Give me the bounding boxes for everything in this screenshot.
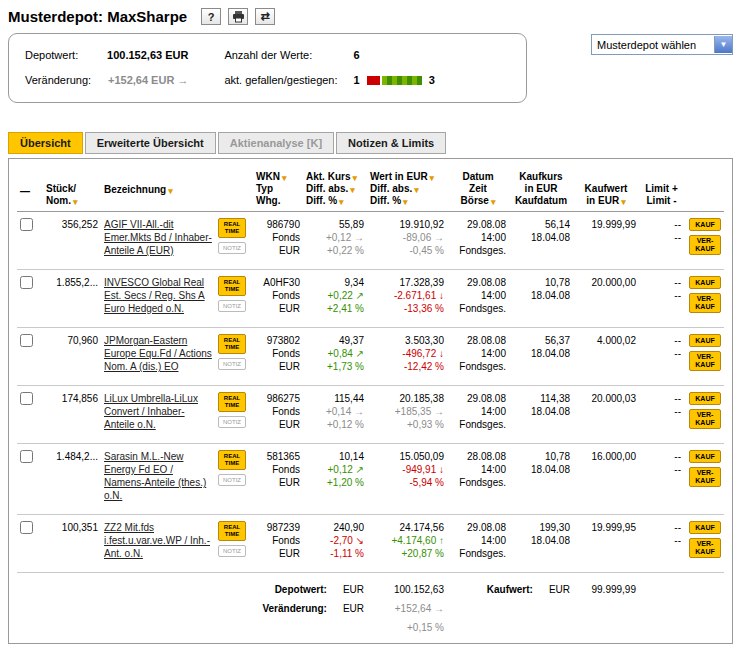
kaufdatum-value: 18.04.08 <box>512 534 570 547</box>
limit-cell: ---- <box>639 270 684 328</box>
column-header-label: in EUR <box>586 195 619 207</box>
column-header-wert[interactable]: Wert in EUR▾Diff. abs.▾Diff. %▾ <box>367 171 447 212</box>
tab-erweiterte-uebersicht[interactable]: Erweiterte Übersicht <box>85 132 216 154</box>
column-header-label: Diff. abs. <box>370 183 412 195</box>
row-select-checkbox[interactable] <box>20 218 33 231</box>
column-header-datum[interactable]: DatumZeitBörse▾ <box>447 171 509 212</box>
column-header-name[interactable]: Bezeichnung▾ <box>101 171 215 212</box>
column-header-label: Nom. <box>46 195 71 207</box>
kauf-button[interactable]: KAUF <box>689 334 721 347</box>
sort-icon[interactable]: ▾ <box>168 187 173 196</box>
boerse-value: Fondsges. <box>450 244 506 257</box>
verkauf-button[interactable]: VER-KAUF <box>689 409 721 429</box>
wert-diff-pct: +0,93 % <box>370 418 444 431</box>
kurs-diff: +0,12 ↗ <box>306 463 364 476</box>
kurs-cell: 240,90-2,70 ↘-1,11 % <box>303 515 367 573</box>
totals-kaufwert-value: 99.999,99 <box>573 573 639 600</box>
realtime-button[interactable]: REALTIME <box>218 276 246 296</box>
kauf-button[interactable]: KAUF <box>689 218 721 231</box>
sort-icon[interactable]: ▾ <box>621 198 626 207</box>
help-icon[interactable]: ? <box>201 8 221 25</box>
sort-icon[interactable]: ▾ <box>414 186 419 195</box>
realtime-button[interactable]: REALTIME <box>218 218 246 238</box>
notiz-button[interactable]: NOTIZ <box>218 545 246 557</box>
column-header-actions <box>684 171 724 212</box>
position-name-link[interactable]: ZZ2 Mit.fds i.fest.u.var.ve.WP / Inh.-An… <box>104 522 210 559</box>
sort-icon[interactable]: ▾ <box>350 186 355 195</box>
limit-cell: ---- <box>639 386 684 444</box>
kaufkurs-cell: 56,3718.04.08 <box>509 328 573 386</box>
verkauf-button[interactable]: VER-KAUF <box>689 293 721 313</box>
wkn-cell: 986275FondsEUR <box>253 386 303 444</box>
realtime-button[interactable]: REALTIME <box>218 392 246 412</box>
realtime-button[interactable]: REALTIME <box>218 450 246 470</box>
tab-uebersicht[interactable]: Übersicht <box>8 132 83 154</box>
sort-icon[interactable]: ▾ <box>430 174 435 183</box>
position-name-link[interactable]: JPMorgan-Eastern Europe Equ.Fd / Actions… <box>104 335 212 372</box>
position-name-link[interactable]: LiLux Umbrella-LiLux Convert / Inhaber-A… <box>104 393 198 430</box>
swap-icon[interactable]: ⇄ <box>255 8 275 25</box>
kauf-button[interactable]: KAUF <box>689 450 721 463</box>
wert-diff: +4.174,60 ↑ <box>370 534 444 547</box>
column-header-wkn[interactable]: WKN▾TypWhg. <box>253 171 303 212</box>
column-header-kurs[interactable]: Akt. Kurs▾Diff. abs.▾Diff. %▾ <box>303 171 367 212</box>
row-select-checkbox[interactable] <box>20 392 33 405</box>
row-select-checkbox[interactable] <box>20 521 33 534</box>
verkauf-button[interactable]: VER-KAUF <box>689 235 721 255</box>
tab-aktienanalyse[interactable]: Aktienanalyse [K] <box>218 132 334 154</box>
notiz-button[interactable]: NOTIZ <box>218 300 246 312</box>
sort-icon[interactable]: ▾ <box>282 174 287 183</box>
tab-notizen-limits[interactable]: Notizen & Limits <box>336 132 446 154</box>
limit-plus-value: -- <box>642 218 681 231</box>
content-panel: —Stück/Nom.▾Bezeichnung▾WKN▾TypWhg.Akt. … <box>8 158 733 644</box>
wert-diff-pct: +20,87 % <box>370 547 444 560</box>
sort-icon[interactable]: ▾ <box>73 198 78 207</box>
position-row: 70,960JPMorgan-Eastern Europe Equ.Fd / A… <box>17 328 724 386</box>
datum-cell: 29.08.0814:00Fondsges. <box>447 270 509 328</box>
notiz-button[interactable]: NOTIZ <box>218 416 246 428</box>
totals-veraenderung-pct: +0,15 % <box>367 618 447 637</box>
gestiegen-count: 3 <box>429 74 435 86</box>
print-icon[interactable] <box>228 8 248 25</box>
wert-cell: 19.910,92-89,06 →-0,45 % <box>367 212 447 270</box>
kurs-diff-pct: +2,41 % <box>306 302 364 315</box>
row-select-checkbox[interactable] <box>20 276 33 289</box>
verkauf-button[interactable]: VER-KAUF <box>689 538 721 558</box>
limit-minus-value: -- <box>642 534 681 547</box>
gestiegen-bar <box>382 76 422 85</box>
sort-icon[interactable]: ▾ <box>339 198 344 207</box>
depot-select[interactable]: Musterdepot wählen ▼ <box>591 34 733 55</box>
position-name-link[interactable]: Sarasin M.L.-New Energy Fd EO / Namens-A… <box>104 451 206 501</box>
chevron-down-icon[interactable]: ▼ <box>714 36 732 53</box>
column-header-stueck[interactable]: Stück/Nom.▾ <box>43 171 101 212</box>
kauf-button[interactable]: KAUF <box>689 521 721 534</box>
kaufkurs-cell: 199,3018.04.08 <box>509 515 573 573</box>
fallen-bar <box>367 76 380 85</box>
anzahl-label: Anzahl der Werte: <box>224 49 337 61</box>
notiz-button[interactable]: NOTIZ <box>218 474 246 486</box>
column-header-label: Typ <box>256 183 273 195</box>
printer-glyph <box>232 11 245 23</box>
datum-cell: 29.08.0814:00Fondsges. <box>447 212 509 270</box>
datum-cell: 29.08.0814:00Fondsges. <box>447 515 509 573</box>
sort-icon[interactable]: ▾ <box>403 198 408 207</box>
verkauf-button[interactable]: VER-KAUF <box>689 351 721 371</box>
boerse-value: Fondsges. <box>450 547 506 560</box>
verkauf-button[interactable]: VER-KAUF <box>689 467 721 487</box>
whg-value: EUR <box>256 302 300 315</box>
kauf-button[interactable]: KAUF <box>689 392 721 405</box>
notiz-button[interactable]: NOTIZ <box>218 358 246 370</box>
datum-value: 29.08.08 <box>450 276 506 289</box>
realtime-button[interactable]: REALTIME <box>218 521 246 541</box>
sort-icon[interactable]: ▾ <box>352 174 357 183</box>
position-name-link[interactable]: INVESCO Global Real Est. Secs / Reg. Shs… <box>104 277 205 314</box>
notiz-button[interactable]: NOTIZ <box>218 242 246 254</box>
row-select-checkbox[interactable] <box>20 334 33 347</box>
sort-icon[interactable]: ▾ <box>491 198 496 207</box>
row-select-checkbox[interactable] <box>20 450 33 463</box>
position-name-link[interactable]: AGIF VII-All.-dit Emer.Mkts Bd / Inhaber… <box>104 219 212 256</box>
column-header-label: Datum <box>462 171 493 183</box>
column-header-kaufwert[interactable]: Kaufwertin EUR▾ <box>573 171 639 212</box>
realtime-button[interactable]: REALTIME <box>218 334 246 354</box>
kauf-button[interactable]: KAUF <box>689 276 721 289</box>
